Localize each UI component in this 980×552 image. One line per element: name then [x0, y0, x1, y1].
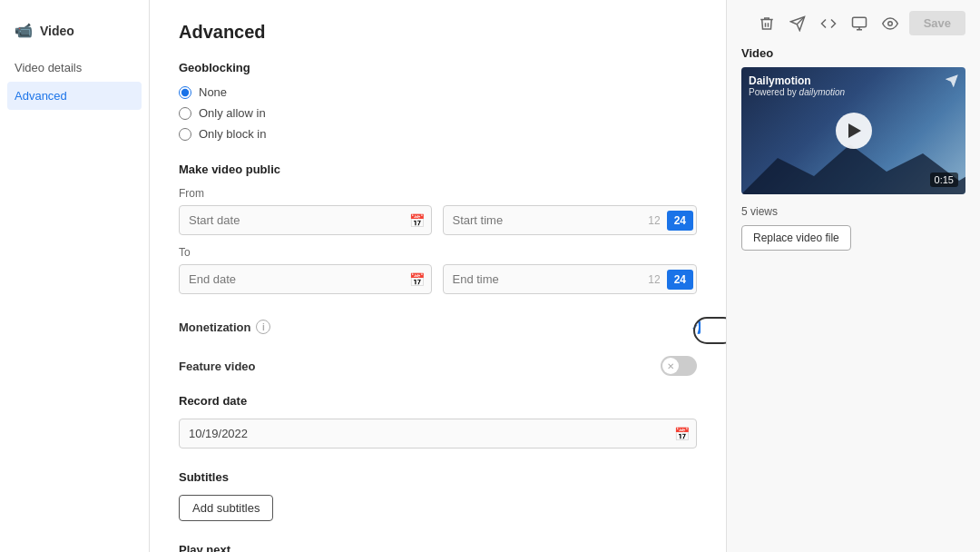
- sidebar-item-video-details[interactable]: Video details: [0, 54, 149, 82]
- start-time-input[interactable]: [444, 206, 645, 234]
- start-date-input[interactable]: [179, 205, 432, 235]
- sidebar-header: 📹 Video: [0, 15, 149, 54]
- record-date-wrap: 📅: [179, 419, 697, 448]
- monetization-slider: ✓: [697, 320, 701, 334]
- monetization-info-icon[interactable]: i: [256, 320, 270, 334]
- sidebar-title: Video: [40, 24, 74, 38]
- video-overlay: Dailymotion Powered by dailymotion: [749, 74, 958, 97]
- make-public-section: Make video public From 📅 12 24 To 📅: [179, 163, 697, 294]
- trash-button[interactable]: [755, 12, 779, 35]
- end-time-badge[interactable]: 24: [667, 270, 693, 290]
- feature-video-knob: ✕: [662, 358, 679, 374]
- sidebar-item-advanced[interactable]: Advanced: [7, 82, 142, 110]
- add-subtitles-button[interactable]: Add subtitles: [179, 495, 273, 521]
- views-count: 5 views: [741, 205, 965, 218]
- svg-rect-2: [852, 17, 866, 27]
- code-button[interactable]: [817, 12, 840, 35]
- record-date-input[interactable]: [179, 419, 697, 448]
- page-title: Advanced: [179, 22, 697, 43]
- to-label: To: [179, 246, 697, 259]
- main-content: Advanced Geoblocking None Only allow in …: [150, 0, 726, 552]
- geoblocking-none-radio[interactable]: [179, 86, 191, 99]
- duration-badge: 0:15: [930, 172, 958, 187]
- play-next-section: Play next: [179, 543, 697, 552]
- play-next-title: Play next: [179, 543, 697, 552]
- record-date-title: Record date: [179, 394, 697, 408]
- replace-video-button[interactable]: Replace video file: [741, 225, 851, 251]
- geoblocking-block-radio[interactable]: [179, 128, 191, 141]
- geoblocking-options: None Only allow in Only block in: [179, 85, 697, 141]
- video-send-icon: [946, 74, 958, 90]
- geoblocking-section: Geoblocking None Only allow in Only bloc…: [179, 61, 697, 141]
- start-date-calendar-icon: 📅: [409, 213, 425, 228]
- start-time-number: 12: [644, 214, 663, 227]
- start-time-wrap: 12 24: [443, 205, 698, 235]
- save-button[interactable]: Save: [909, 11, 965, 35]
- end-time-wrap: 12 24: [443, 264, 698, 294]
- feature-video-slider: ✕: [661, 356, 697, 376]
- from-row: 📅 12 24: [179, 205, 697, 235]
- feature-video-toggle[interactable]: ✕: [661, 356, 697, 376]
- monetization-row: Monetization i ✓: [179, 316, 697, 338]
- to-row: 📅 12 24: [179, 264, 697, 294]
- record-date-calendar-icon: 📅: [674, 427, 690, 441]
- video-thumbnail[interactable]: Dailymotion Powered by dailymotion 0:15: [741, 67, 965, 194]
- start-date-wrap: 📅: [179, 205, 432, 235]
- feature-video-label: Feature video: [179, 360, 256, 373]
- eye-button[interactable]: [878, 12, 902, 35]
- end-date-calendar-icon: 📅: [409, 272, 425, 287]
- start-time-badge[interactable]: 24: [667, 211, 693, 231]
- feature-video-row: Feature video ✕: [179, 352, 697, 380]
- subtitles-section: Subtitles Add subtitles: [179, 470, 697, 521]
- video-brand-sub: Powered by dailymotion: [749, 87, 845, 97]
- make-public-title: Make video public: [179, 163, 697, 176]
- video-icon: 📹: [15, 22, 33, 39]
- video-panel-label: Video: [741, 46, 965, 60]
- subtitles-title: Subtitles: [179, 470, 697, 484]
- record-date-section: Record date 📅: [179, 394, 697, 448]
- play-button[interactable]: [836, 113, 872, 149]
- monetization-label: Monetization i: [179, 320, 270, 334]
- download-button[interactable]: [848, 12, 871, 35]
- end-date-input[interactable]: [179, 264, 432, 294]
- monetization-knob: ✓: [691, 319, 699, 335]
- svg-marker-8: [946, 75, 957, 86]
- end-time-input[interactable]: [444, 265, 645, 293]
- sidebar: 📹 Video Video details Advanced: [0, 0, 150, 552]
- end-date-wrap: 📅: [179, 264, 432, 294]
- from-label: From: [179, 187, 697, 200]
- geoblocking-only-allow[interactable]: Only allow in: [179, 106, 697, 120]
- end-time-number: 12: [644, 273, 663, 286]
- geoblocking-allow-radio[interactable]: [179, 107, 191, 120]
- toolbar: Save: [741, 11, 965, 35]
- geoblocking-title: Geoblocking: [179, 61, 697, 74]
- svg-point-5: [887, 21, 892, 25]
- right-panel: Save Video Dailymotion Powered by dailym…: [726, 0, 980, 552]
- send-button[interactable]: [786, 12, 809, 35]
- geoblocking-only-block[interactable]: Only block in: [179, 127, 697, 141]
- video-brand: Dailymotion Powered by dailymotion: [749, 74, 845, 97]
- geoblocking-none[interactable]: None: [179, 85, 697, 99]
